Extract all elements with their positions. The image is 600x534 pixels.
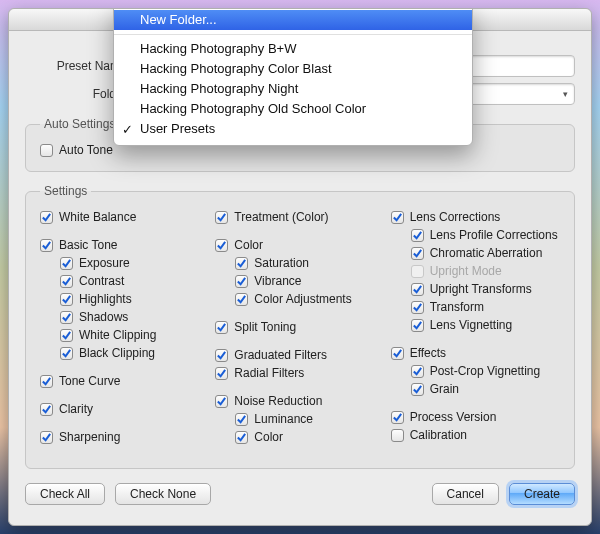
- check-none-button[interactable]: Check None: [115, 483, 211, 505]
- treatment-label: Treatment (Color): [234, 208, 328, 226]
- calibration-checkbox[interactable]: [391, 429, 404, 442]
- contrast-label: Contrast: [79, 272, 124, 290]
- lens-profile-checkbox[interactable]: [411, 229, 424, 242]
- color-adjustments-label: Color Adjustments: [254, 290, 351, 308]
- upright-transforms-label: Upright Transforms: [430, 280, 532, 298]
- dropdown-item-1[interactable]: Hacking Photography Color Blast: [114, 59, 472, 79]
- check-all-button[interactable]: Check All: [25, 483, 105, 505]
- luminance-checkbox[interactable]: [235, 413, 248, 426]
- transform-checkbox[interactable]: [411, 301, 424, 314]
- tone-curve-checkbox[interactable]: [40, 375, 53, 388]
- highlights-checkbox[interactable]: [60, 293, 73, 306]
- check-icon: ✓: [122, 121, 133, 139]
- exposure-label: Exposure: [79, 254, 130, 272]
- dropdown-item-4[interactable]: ✓ User Presets: [114, 119, 472, 139]
- black-clipping-checkbox[interactable]: [60, 347, 73, 360]
- vibrance-checkbox[interactable]: [235, 275, 248, 288]
- saturation-label: Saturation: [254, 254, 309, 272]
- luminance-label: Luminance: [254, 410, 313, 428]
- basic-tone-checkbox[interactable]: [40, 239, 53, 252]
- treatment-checkbox[interactable]: [215, 211, 228, 224]
- grain-label: Grain: [430, 380, 459, 398]
- highlights-label: Highlights: [79, 290, 132, 308]
- radial-filters-checkbox[interactable]: [215, 367, 228, 380]
- lens-vignetting-checkbox[interactable]: [411, 319, 424, 332]
- noise-reduction-label: Noise Reduction: [234, 392, 322, 410]
- color-adjustments-checkbox[interactable]: [235, 293, 248, 306]
- basic-tone-label: Basic Tone: [59, 236, 117, 254]
- noise-reduction-checkbox[interactable]: [215, 395, 228, 408]
- clarity-label: Clarity: [59, 400, 93, 418]
- white-clipping-label: White Clipping: [79, 326, 156, 344]
- post-crop-checkbox[interactable]: [411, 365, 424, 378]
- color-label: Color: [234, 236, 263, 254]
- black-clipping-label: Black Clipping: [79, 344, 155, 362]
- settings-group: Settings White Balance Basic Tone Exposu…: [25, 184, 575, 469]
- radial-filters-label: Radial Filters: [234, 364, 304, 382]
- post-crop-label: Post-Crop Vignetting: [430, 362, 541, 380]
- upright-mode-checkbox: [411, 265, 424, 278]
- upright-mode-label: Upright Mode: [430, 262, 502, 280]
- upright-transforms-checkbox[interactable]: [411, 283, 424, 296]
- color-checkbox[interactable]: [215, 239, 228, 252]
- process-version-checkbox[interactable]: [391, 411, 404, 424]
- white-balance-checkbox[interactable]: [40, 211, 53, 224]
- split-toning-label: Split Toning: [234, 318, 296, 336]
- exposure-checkbox[interactable]: [60, 257, 73, 270]
- contrast-checkbox[interactable]: [60, 275, 73, 288]
- effects-label: Effects: [410, 344, 446, 362]
- auto-settings-legend: Auto Settings: [40, 117, 119, 131]
- color-nr-label: Color: [254, 428, 283, 446]
- lens-corrections-checkbox[interactable]: [391, 211, 404, 224]
- auto-tone-checkbox[interactable]: [40, 144, 53, 157]
- lens-corrections-label: Lens Corrections: [410, 208, 501, 226]
- dropdown-new-folder[interactable]: New Folder...: [114, 10, 472, 30]
- dropdown-item-0[interactable]: Hacking Photography B+W: [114, 39, 472, 59]
- dropdown-item-4-label: User Presets: [140, 121, 215, 136]
- transform-label: Transform: [430, 298, 484, 316]
- clarity-checkbox[interactable]: [40, 403, 53, 416]
- shadows-label: Shadows: [79, 308, 128, 326]
- lens-profile-label: Lens Profile Corrections: [430, 226, 558, 244]
- lens-vignetting-label: Lens Vignetting: [430, 316, 513, 334]
- vibrance-label: Vibrance: [254, 272, 301, 290]
- white-balance-label: White Balance: [59, 208, 136, 226]
- chromatic-label: Chromatic Aberration: [430, 244, 543, 262]
- sharpening-checkbox[interactable]: [40, 431, 53, 444]
- auto-tone-label: Auto Tone: [59, 141, 113, 159]
- cancel-button[interactable]: Cancel: [432, 483, 499, 505]
- shadows-checkbox[interactable]: [60, 311, 73, 324]
- dropdown-item-2[interactable]: Hacking Photography Night: [114, 79, 472, 99]
- folder-dropdown[interactable]: New Folder... Hacking Photography B+W Ha…: [113, 8, 473, 146]
- saturation-checkbox[interactable]: [235, 257, 248, 270]
- chromatic-checkbox[interactable]: [411, 247, 424, 260]
- color-nr-checkbox[interactable]: [235, 431, 248, 444]
- grain-checkbox[interactable]: [411, 383, 424, 396]
- white-clipping-checkbox[interactable]: [60, 329, 73, 342]
- chevron-down-icon: ▾: [563, 89, 568, 99]
- settings-legend: Settings: [40, 184, 91, 198]
- effects-checkbox[interactable]: [391, 347, 404, 360]
- tone-curve-label: Tone Curve: [59, 372, 120, 390]
- graduated-filters-label: Graduated Filters: [234, 346, 327, 364]
- split-toning-checkbox[interactable]: [215, 321, 228, 334]
- calibration-label: Calibration: [410, 426, 467, 444]
- dropdown-separator: [114, 34, 472, 35]
- sharpening-label: Sharpening: [59, 428, 120, 446]
- preset-dialog: Preset Name: Folder: ▾ Auto Settings Aut…: [8, 8, 592, 526]
- process-version-label: Process Version: [410, 408, 497, 426]
- create-button[interactable]: Create: [509, 483, 575, 505]
- graduated-filters-checkbox[interactable]: [215, 349, 228, 362]
- dropdown-item-3[interactable]: Hacking Photography Old School Color: [114, 99, 472, 119]
